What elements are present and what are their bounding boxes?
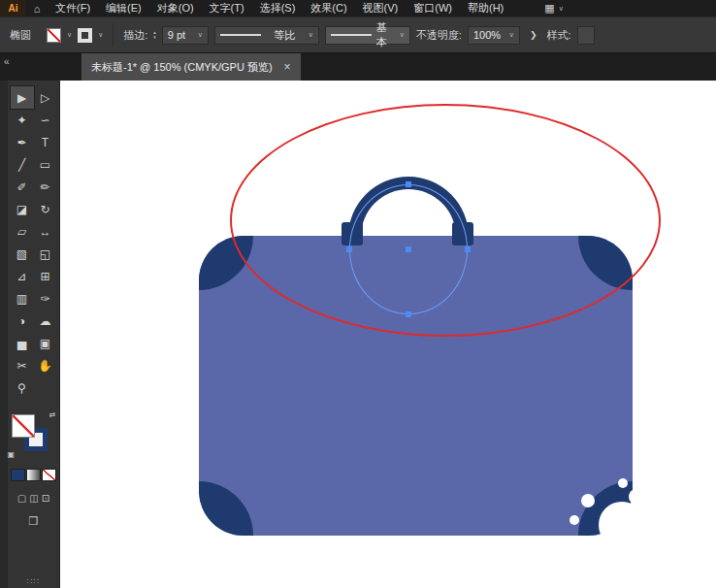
illustrator-logo[interactable]: Ai: [0, 0, 26, 16]
menu-help[interactable]: 帮助(H): [460, 1, 511, 16]
active-tool-label: 椭圆: [10, 28, 31, 43]
menu-file[interactable]: 文件(F): [48, 1, 98, 16]
eyedropper-tool[interactable]: ✑: [34, 287, 57, 310]
watermark-dot: [636, 531, 656, 550]
stroke-weight-field[interactable]: 9 pt ∨: [162, 26, 209, 45]
draw-inside-mode-icon[interactable]: ⊡: [42, 493, 49, 504]
toolbar-overflow-icon[interactable]: ∷∷: [27, 576, 40, 586]
document-tab-bar: « 未标题-1* @ 150% (CMYK/GPU 预览) ×: [0, 53, 716, 81]
divider: [113, 23, 114, 47]
document-tab[interactable]: 未标题-1* @ 150% (CMYK/GPU 预览) ×: [81, 53, 301, 81]
zoom-tool[interactable]: ⚲: [11, 376, 34, 399]
type-tool[interactable]: T: [34, 131, 57, 153]
drawing-mode-buttons: ▢ ◫ ⊡: [17, 493, 49, 504]
lasso-tool[interactable]: ∽: [34, 109, 57, 131]
line-segment-tool[interactable]: ╱: [11, 153, 34, 176]
stroke-weight-label: 描边:: [123, 28, 147, 43]
chevron-down-icon[interactable]: ∨: [509, 31, 514, 39]
watermark-dot: [618, 478, 628, 488]
brush-definition-value: 基本: [376, 20, 395, 49]
watermark-dot: [570, 515, 579, 525]
draw-normal-mode-icon[interactable]: ▢: [17, 493, 26, 504]
pencil-tool[interactable]: ✏: [34, 176, 57, 198]
screen-mode-icon[interactable]: ❒: [29, 515, 39, 528]
fill-color-indicator[interactable]: [12, 414, 35, 438]
workspace-switcher[interactable]: ▦ ∨: [544, 2, 564, 15]
width-profile-value: 等比: [274, 28, 295, 43]
close-icon[interactable]: ×: [284, 60, 291, 74]
width-profile-preview: [220, 34, 261, 36]
stroke-weight-value: 9 pt: [168, 29, 185, 41]
slice-tool[interactable]: ✂: [11, 354, 34, 376]
selection-tool[interactable]: ▶: [11, 86, 34, 109]
pen-tool[interactable]: ✒: [11, 131, 34, 153]
opacity-dropdown[interactable]: 100% ∨: [468, 26, 520, 45]
red-ellipse-shape[interactable]: [230, 104, 661, 337]
watermark-dot: [629, 489, 644, 505]
chevron-down-icon[interactable]: ∨: [67, 31, 72, 39]
tools-panel: ▶▷✦∽✒T╱▭✐✏◪↻▱↔▧◱⊿⊞▥✑◑☁▅▣✂✋⚲ ⇄ ▣ ▢ ◫ ⊡ ❒ …: [0, 81, 60, 588]
default-fill-stroke-icon[interactable]: ▣: [8, 450, 16, 459]
workspace-grid-icon: ▦: [544, 2, 554, 15]
more-options-arrow-icon[interactable]: ❯: [530, 30, 537, 40]
rotate-tool[interactable]: ↻: [34, 198, 57, 220]
direct-selection-tool[interactable]: ▷: [34, 86, 57, 109]
magic-wand-tool[interactable]: ✦: [11, 109, 34, 131]
watermark-dot: [581, 494, 595, 507]
chevron-down-icon[interactable]: ∨: [198, 31, 203, 39]
blend-tool[interactable]: ◑: [11, 310, 34, 332]
stroke-color-swatch[interactable]: [78, 28, 92, 43]
mesh-tool[interactable]: ⊞: [34, 265, 57, 287]
stepper-down-icon[interactable]: ▾: [153, 35, 156, 40]
stroke-weight-stepper[interactable]: ▴ ▾: [153, 30, 156, 40]
menu-object[interactable]: 对象(O): [149, 1, 202, 16]
menu-effect[interactable]: 效果(C): [303, 1, 354, 16]
perspective-grid-tool[interactable]: ⊿: [11, 265, 34, 287]
swap-fill-stroke-icon[interactable]: ⇄: [49, 410, 56, 419]
watermark-dot: [594, 537, 611, 554]
artboard-tool[interactable]: ▣: [34, 332, 57, 354]
brush-definition-dropdown[interactable]: 基本 ∨: [325, 26, 410, 45]
none-button[interactable]: [42, 469, 56, 481]
chevron-down-icon[interactable]: ∨: [98, 31, 103, 39]
hand-tool[interactable]: ✋: [34, 354, 57, 376]
paintbrush-tool[interactable]: ✐: [11, 176, 34, 198]
suitcase-corner-shape[interactable]: [199, 481, 253, 536]
rectangle-tool[interactable]: ▭: [34, 153, 57, 176]
shape-builder-tool[interactable]: ◱: [34, 243, 57, 265]
gradient-button[interactable]: [26, 469, 41, 481]
free-transform-tool[interactable]: ▧: [11, 243, 34, 265]
chevron-down-icon[interactable]: ∨: [400, 31, 405, 39]
gradient-tool[interactable]: ▥: [11, 287, 34, 310]
workspace: ▶▷✦∽✒T╱▭✐✏◪↻▱↔▧◱⊿⊞▥✑◑☁▅▣✂✋⚲ ⇄ ▣ ▢ ◫ ⊡ ❒ …: [0, 81, 716, 588]
menu-bar: Ai ⌂ 文件(F) 编辑(E) 对象(O) 文字(T) 选择(S) 效果(C)…: [0, 0, 716, 16]
menu-type[interactable]: 文字(T): [202, 1, 252, 16]
collapse-panels-icon[interactable]: «: [0, 53, 60, 81]
eraser-tool[interactable]: ◪: [11, 198, 34, 220]
style-label: 样式:: [546, 28, 570, 43]
chevron-down-icon[interactable]: ∨: [309, 31, 313, 39]
tool-grid: ▶▷✦∽✒T╱▭✐✏◪↻▱↔▧◱⊿⊞▥✑◑☁▅▣✂✋⚲: [11, 86, 57, 399]
symbol-sprayer-tool[interactable]: ☁: [34, 310, 57, 332]
color-mode-buttons: [11, 469, 56, 481]
opacity-value: 100%: [473, 29, 501, 41]
variable-width-profile-dropdown[interactable]: 等比 ∨: [214, 26, 319, 45]
document-tab-title: 未标题-1* @ 150% (CMYK/GPU 预览): [91, 60, 273, 75]
home-icon[interactable]: ⌂: [26, 3, 48, 15]
menu-edit[interactable]: 编辑(E): [98, 1, 149, 16]
column-graph-tool[interactable]: ▅: [11, 332, 34, 354]
opacity-label: 不透明度:: [416, 28, 462, 43]
menu-select[interactable]: 选择(S): [252, 1, 304, 16]
menu-view[interactable]: 视图(V): [355, 1, 407, 16]
color-button[interactable]: [11, 469, 25, 481]
width-tool[interactable]: ↔: [34, 220, 57, 243]
artboard-canvas[interactable]: [60, 81, 716, 588]
chevron-down-icon: ∨: [559, 5, 564, 13]
control-bar: 椭圆 ∨ ∨ 描边: ▴ ▾ 9 pt ∨ 等比 ∨ 基本 ∨ 不透明度: 10…: [0, 16, 716, 53]
scale-tool[interactable]: ▱: [11, 220, 34, 243]
fill-color-swatch[interactable]: [47, 28, 61, 43]
menu-window[interactable]: 窗口(W): [406, 1, 460, 16]
style-dropdown[interactable]: [577, 26, 595, 45]
fill-stroke-indicator: ⇄ ▣: [12, 412, 56, 457]
draw-behind-mode-icon[interactable]: ◫: [29, 493, 38, 504]
